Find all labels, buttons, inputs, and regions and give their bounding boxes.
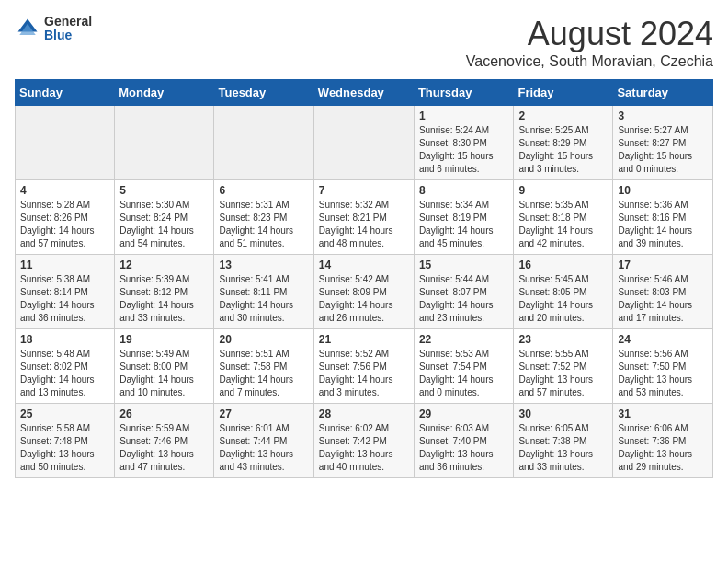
calendar-cell: 2Sunrise: 5:25 AM Sunset: 8:29 PM Daylig… xyxy=(514,106,613,180)
calendar-cell xyxy=(115,106,214,180)
day-number: 12 xyxy=(119,259,209,271)
day-number: 20 xyxy=(219,333,308,346)
calendar-header: SundayMondayTuesdayWednesdayThursdayFrid… xyxy=(16,80,713,106)
calendar-cell: 14Sunrise: 5:42 AM Sunset: 8:09 PM Dayli… xyxy=(313,255,414,329)
logo-blue: Blue xyxy=(44,29,92,42)
calendar-cell: 25Sunrise: 5:58 AM Sunset: 7:48 PM Dayli… xyxy=(16,404,115,478)
day-number: 28 xyxy=(319,408,409,420)
weekday-header-sunday: Sunday xyxy=(16,80,115,106)
day-number: 6 xyxy=(219,184,308,197)
calendar-cell: 16Sunrise: 5:45 AM Sunset: 8:05 PM Dayli… xyxy=(514,255,613,329)
day-info: Sunrise: 5:46 AM Sunset: 8:03 PM Dayligh… xyxy=(618,273,708,325)
day-info: Sunrise: 5:53 AM Sunset: 7:54 PM Dayligh… xyxy=(419,348,509,399)
day-info: Sunrise: 5:38 AM Sunset: 8:14 PM Dayligh… xyxy=(20,273,109,325)
day-info: Sunrise: 5:56 AM Sunset: 7:50 PM Dayligh… xyxy=(618,348,708,399)
calendar-cell xyxy=(313,106,414,180)
calendar-cell: 7Sunrise: 5:32 AM Sunset: 8:21 PM Daylig… xyxy=(313,180,414,255)
day-number: 14 xyxy=(319,259,409,271)
week-row-1: 1Sunrise: 5:24 AM Sunset: 8:30 PM Daylig… xyxy=(16,106,713,180)
day-info: Sunrise: 5:58 AM Sunset: 7:48 PM Dayligh… xyxy=(20,422,109,474)
day-number: 4 xyxy=(20,184,109,197)
day-number: 5 xyxy=(119,184,209,197)
weekday-header-tuesday: Tuesday xyxy=(214,80,313,106)
calendar-cell: 9Sunrise: 5:35 AM Sunset: 8:18 PM Daylig… xyxy=(514,180,613,255)
day-number: 9 xyxy=(518,184,608,197)
day-number: 31 xyxy=(618,408,708,420)
calendar-cell: 22Sunrise: 5:53 AM Sunset: 7:54 PM Dayli… xyxy=(414,329,514,404)
day-number: 15 xyxy=(419,259,509,271)
calendar-cell: 19Sunrise: 5:49 AM Sunset: 8:00 PM Dayli… xyxy=(115,329,214,404)
calendar-cell: 1Sunrise: 5:24 AM Sunset: 8:30 PM Daylig… xyxy=(414,106,514,180)
calendar-cell: 11Sunrise: 5:38 AM Sunset: 8:14 PM Dayli… xyxy=(16,255,115,329)
day-number: 26 xyxy=(119,408,209,420)
day-info: Sunrise: 5:48 AM Sunset: 8:02 PM Dayligh… xyxy=(20,348,109,399)
weekday-header-wednesday: Wednesday xyxy=(313,80,414,106)
day-info: Sunrise: 5:25 AM Sunset: 8:29 PM Dayligh… xyxy=(518,124,608,176)
calendar-cell: 10Sunrise: 5:36 AM Sunset: 8:16 PM Dayli… xyxy=(613,180,713,255)
calendar-cell xyxy=(16,106,115,180)
calendar-body: 1Sunrise: 5:24 AM Sunset: 8:30 PM Daylig… xyxy=(16,106,713,478)
day-number: 16 xyxy=(518,259,608,271)
calendar-cell: 5Sunrise: 5:30 AM Sunset: 8:24 PM Daylig… xyxy=(115,180,214,255)
day-number: 25 xyxy=(20,408,109,420)
day-info: Sunrise: 5:31 AM Sunset: 8:23 PM Dayligh… xyxy=(219,199,308,250)
day-info: Sunrise: 5:49 AM Sunset: 8:00 PM Dayligh… xyxy=(119,348,209,399)
calendar-cell: 21Sunrise: 5:52 AM Sunset: 7:56 PM Dayli… xyxy=(313,329,414,404)
day-number: 17 xyxy=(618,259,708,271)
day-info: Sunrise: 5:42 AM Sunset: 8:09 PM Dayligh… xyxy=(319,273,409,325)
logo-general: General xyxy=(44,15,92,29)
logo-text: General Blue xyxy=(44,15,92,43)
day-number: 8 xyxy=(419,184,509,197)
day-info: Sunrise: 5:52 AM Sunset: 7:56 PM Dayligh… xyxy=(319,348,409,399)
day-info: Sunrise: 5:39 AM Sunset: 8:12 PM Dayligh… xyxy=(119,273,209,325)
calendar-cell: 24Sunrise: 5:56 AM Sunset: 7:50 PM Dayli… xyxy=(613,329,713,404)
day-info: Sunrise: 5:28 AM Sunset: 8:26 PM Dayligh… xyxy=(20,199,109,250)
day-number: 2 xyxy=(518,109,608,122)
calendar-cell: 15Sunrise: 5:44 AM Sunset: 8:07 PM Dayli… xyxy=(414,255,514,329)
day-info: Sunrise: 5:45 AM Sunset: 8:05 PM Dayligh… xyxy=(518,273,608,325)
day-info: Sunrise: 6:01 AM Sunset: 7:44 PM Dayligh… xyxy=(219,422,308,474)
day-info: Sunrise: 6:02 AM Sunset: 7:42 PM Dayligh… xyxy=(319,422,409,474)
calendar-cell: 27Sunrise: 6:01 AM Sunset: 7:44 PM Dayli… xyxy=(214,404,313,478)
calendar-cell: 29Sunrise: 6:03 AM Sunset: 7:40 PM Dayli… xyxy=(414,404,514,478)
location: Vacenovice, South Moravian, Czechia xyxy=(466,53,713,70)
day-info: Sunrise: 5:32 AM Sunset: 8:21 PM Dayligh… xyxy=(319,199,409,250)
day-number: 30 xyxy=(518,408,608,420)
day-number: 3 xyxy=(618,109,708,122)
page-header: General Blue August 2024 Vacenovice, Sou… xyxy=(15,15,713,70)
day-number: 24 xyxy=(618,333,708,346)
calendar-cell: 31Sunrise: 6:06 AM Sunset: 7:36 PM Dayli… xyxy=(613,404,713,478)
calendar-cell: 18Sunrise: 5:48 AM Sunset: 8:02 PM Dayli… xyxy=(16,329,115,404)
day-number: 11 xyxy=(20,259,109,271)
day-info: Sunrise: 6:03 AM Sunset: 7:40 PM Dayligh… xyxy=(419,422,509,474)
calendar-cell: 3Sunrise: 5:27 AM Sunset: 8:27 PM Daylig… xyxy=(613,106,713,180)
month-year: August 2024 xyxy=(466,15,713,53)
calendar-cell: 4Sunrise: 5:28 AM Sunset: 8:26 PM Daylig… xyxy=(16,180,115,255)
week-row-2: 4Sunrise: 5:28 AM Sunset: 8:26 PM Daylig… xyxy=(16,180,713,255)
day-info: Sunrise: 5:41 AM Sunset: 8:11 PM Dayligh… xyxy=(219,273,308,325)
day-info: Sunrise: 5:51 AM Sunset: 7:58 PM Dayligh… xyxy=(219,348,308,399)
day-info: Sunrise: 5:27 AM Sunset: 8:27 PM Dayligh… xyxy=(618,124,708,176)
day-number: 21 xyxy=(319,333,409,346)
day-number: 10 xyxy=(618,184,708,197)
day-info: Sunrise: 5:35 AM Sunset: 8:18 PM Dayligh… xyxy=(518,199,608,250)
day-number: 29 xyxy=(419,408,509,420)
day-info: Sunrise: 5:30 AM Sunset: 8:24 PM Dayligh… xyxy=(119,199,209,250)
logo: General Blue xyxy=(15,15,92,43)
calendar-cell: 8Sunrise: 5:34 AM Sunset: 8:19 PM Daylig… xyxy=(414,180,514,255)
calendar-cell: 26Sunrise: 5:59 AM Sunset: 7:46 PM Dayli… xyxy=(115,404,214,478)
day-number: 18 xyxy=(20,333,109,346)
calendar-cell: 20Sunrise: 5:51 AM Sunset: 7:58 PM Dayli… xyxy=(214,329,313,404)
day-info: Sunrise: 5:55 AM Sunset: 7:52 PM Dayligh… xyxy=(518,348,608,399)
day-info: Sunrise: 5:59 AM Sunset: 7:46 PM Dayligh… xyxy=(119,422,209,474)
day-info: Sunrise: 6:05 AM Sunset: 7:38 PM Dayligh… xyxy=(518,422,608,474)
logo-icon xyxy=(15,16,40,41)
calendar-cell: 17Sunrise: 5:46 AM Sunset: 8:03 PM Dayli… xyxy=(613,255,713,329)
title-block: August 2024 Vacenovice, South Moravian, … xyxy=(466,15,713,70)
weekday-header-thursday: Thursday xyxy=(414,80,514,106)
weekday-header-friday: Friday xyxy=(514,80,613,106)
calendar-cell: 23Sunrise: 5:55 AM Sunset: 7:52 PM Dayli… xyxy=(514,329,613,404)
calendar-cell: 30Sunrise: 6:05 AM Sunset: 7:38 PM Dayli… xyxy=(514,404,613,478)
day-info: Sunrise: 5:24 AM Sunset: 8:30 PM Dayligh… xyxy=(419,124,509,176)
day-number: 13 xyxy=(219,259,308,271)
